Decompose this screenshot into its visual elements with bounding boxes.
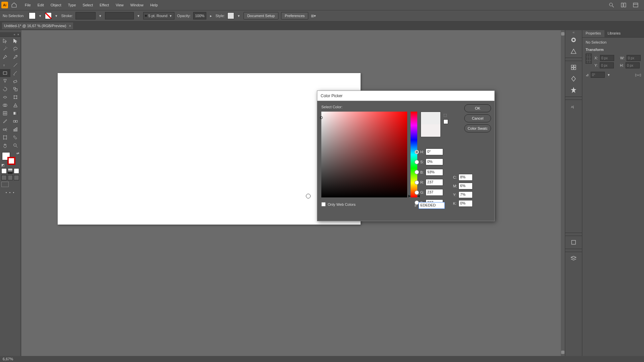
y-field[interactable]: 7% [459,191,473,198]
color-mode-color[interactable] [1,168,7,174]
layers-panel-icon[interactable] [565,253,582,264]
artboard[interactable] [58,73,361,225]
h-field[interactable]: 0° [426,148,443,155]
screen-mode-icon[interactable] [1,182,9,187]
free-transform-tool[interactable] [10,93,21,101]
brush-preset-dropdown[interactable]: 5 pt. Round▾ [143,12,174,19]
menu-effect[interactable]: Effect [96,1,112,9]
eyedropper-tool[interactable] [0,117,10,125]
menu-type[interactable]: Type [65,1,79,9]
default-fill-stroke-icon[interactable]: ◩ [1,163,4,167]
y-field[interactable]: 0 px [600,62,614,68]
lasso-tool[interactable] [10,45,21,53]
slice-tool[interactable] [10,133,21,141]
appearance-panel-icon[interactable] [565,237,582,248]
out-of-gamut-icon[interactable]: ⬚ [443,113,448,117]
g-field[interactable]: 237 [426,189,443,196]
x-field[interactable]: 0 px [600,55,614,61]
chevron-down-icon[interactable]: ▾ [607,73,611,77]
shaper-tool[interactable] [0,77,10,85]
fill-stroke-control[interactable]: ⇄ ◩ [0,151,20,168]
chevron-down-icon[interactable]: ▾ [98,14,102,18]
gradient-tool[interactable] [10,109,21,117]
h-field[interactable]: 0 px [626,62,640,68]
home-icon[interactable] [10,1,18,9]
hand-tool[interactable] [0,141,10,149]
draw-normal-icon[interactable] [1,175,7,180]
color-field[interactable] [321,112,407,197]
artboard-tool[interactable] [0,133,10,141]
symbol-sprayer-tool[interactable] [0,125,10,133]
s-radio[interactable] [415,160,419,164]
scroll-down-icon[interactable] [561,351,565,354]
fill-swatch[interactable] [29,12,36,19]
preferences-button[interactable]: Preferences [281,12,308,19]
r-field[interactable]: 237 [426,179,443,186]
zoom-level[interactable]: 6,67% [3,357,13,361]
collapse-grip-icon[interactable]: « [565,30,582,34]
workspace-switcher-icon[interactable] [632,1,639,9]
graphic-style-swatch[interactable] [227,12,234,19]
swatches-panel-icon[interactable] [565,62,582,73]
b-field[interactable]: 93% [426,169,443,176]
shape-builder-tool[interactable] [0,101,10,109]
w-field[interactable]: 0 px [627,55,641,61]
eraser-tool[interactable] [10,77,21,85]
curvature-tool[interactable] [10,53,21,61]
close-icon[interactable]: × [69,24,71,28]
scale-tool[interactable] [10,85,21,93]
edit-toolbar-button[interactable]: • • • [0,188,20,197]
chevron-down-icon[interactable]: ▾ [137,14,141,18]
color-mode-gradient[interactable] [8,168,13,174]
r-radio[interactable] [415,180,419,185]
web-colors-checkbox[interactable] [321,202,326,206]
h-radio[interactable] [415,150,419,154]
k-field[interactable]: 0% [459,200,473,207]
angle-field[interactable]: 0° [591,72,605,78]
rotate-tool[interactable] [0,85,10,93]
color-mode-none[interactable] [14,168,19,174]
type-tool[interactable]: T [0,61,10,69]
hex-field[interactable]: EDEDED [419,202,445,209]
ok-button[interactable]: OK [464,104,491,112]
brushes-panel-icon[interactable] [565,73,582,84]
arrange-docs-icon[interactable] [620,1,627,9]
chevron-right-icon[interactable]: ▸ [209,14,213,18]
color-guide-panel-icon[interactable] [565,46,582,57]
align-icon[interactable]: ⊞▾ [311,14,316,18]
draw-behind-icon[interactable] [8,175,13,180]
draw-inside-icon[interactable] [14,175,19,180]
direct-selection-tool[interactable] [10,37,21,45]
zoom-tool[interactable] [10,141,21,149]
flip-horizontal-icon[interactable]: ▷◁ [635,73,641,77]
m-field[interactable]: 6% [459,183,473,189]
close-icon[interactable]: × [17,33,19,36]
document-tab[interactable]: Untitled-1* @ 16,67 % (RGB/Preview) × [2,22,73,29]
graph-tool[interactable] [10,125,21,133]
character-panel-icon[interactable]: A| [565,101,582,112]
screen-mode-row[interactable] [0,181,20,188]
chevron-down-icon[interactable]: ▾ [54,14,58,18]
symbols-panel-icon[interactable] [565,84,582,96]
rectangle-tool[interactable] [0,69,10,77]
g-radio[interactable] [415,190,419,195]
line-tool[interactable] [10,61,21,69]
perspective-tool[interactable] [10,101,21,109]
document-setup-button[interactable]: Document Setup [244,12,278,19]
magic-wand-tool[interactable] [0,45,10,53]
tab-properties[interactable]: Properties [582,30,604,37]
search-icon[interactable] [608,1,615,9]
menu-object[interactable]: Object [47,1,65,9]
scroll-up-icon[interactable] [561,32,565,36]
menu-file[interactable]: File [21,1,34,9]
web-safe-icon[interactable] [443,119,448,124]
color-panel-icon[interactable] [565,34,582,46]
tab-libraries[interactable]: Libraries [604,30,624,37]
chevron-down-icon[interactable]: ▾ [237,14,241,18]
paintbrush-tool[interactable] [10,69,21,77]
b-radio[interactable] [415,170,419,174]
stroke-weight-field[interactable] [75,12,96,19]
width-tool[interactable] [0,93,10,101]
menu-view[interactable]: View [112,1,127,9]
stroke-swatch[interactable] [45,12,52,19]
